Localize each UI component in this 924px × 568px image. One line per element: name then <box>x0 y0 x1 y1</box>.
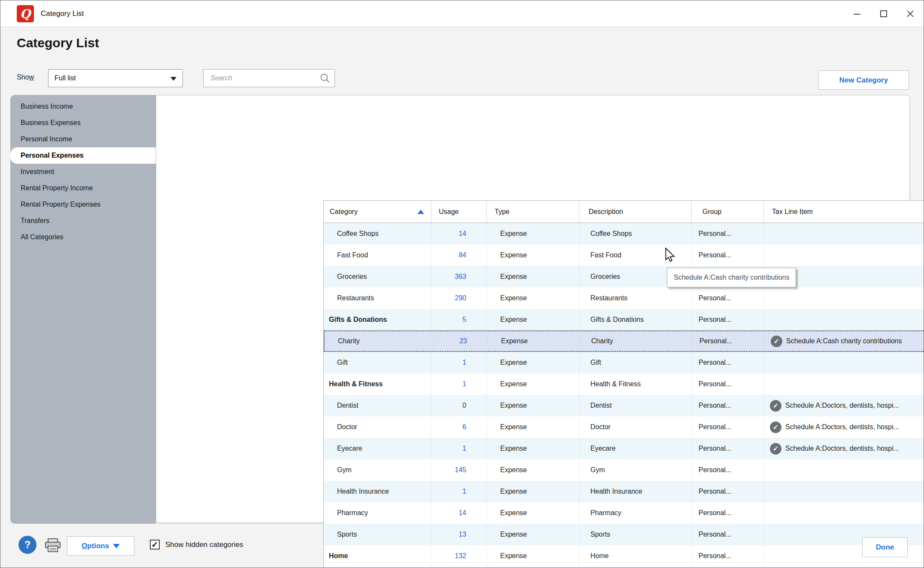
usage-cell[interactable]: 1 <box>432 438 487 459</box>
sort-ascending-icon <box>417 210 424 214</box>
sidebar-item[interactable]: Business Expenses <box>10 115 156 131</box>
show-hidden-label: Show hidden categories <box>165 541 243 549</box>
usage-cell[interactable]: 0 <box>432 395 487 416</box>
column-header-description[interactable]: Description <box>579 201 692 223</box>
chevron-down-icon <box>113 544 120 548</box>
usage-cell[interactable]: 363 <box>432 266 487 287</box>
table-row[interactable]: Dentist 0 Expense Dentist Personal... ✓ … <box>324 395 924 416</box>
table-row[interactable]: Doctor 6 Expense Doctor Personal... ✓ Sc… <box>324 416 924 438</box>
table-row[interactable]: Pharmacy 14 Expense Pharmacy Personal...… <box>324 502 924 524</box>
usage-cell[interactable]: 5 <box>432 309 487 330</box>
usage-cell[interactable]: 132 <box>432 545 487 567</box>
table-row[interactable]: Coffee Shops 14 Expense Coffee Shops Per… <box>324 223 924 244</box>
table-row[interactable]: Sports 13 Expense Sports Personal... ✓ <box>324 524 924 545</box>
sidebar-item[interactable]: Rental Property Expenses <box>10 196 156 213</box>
usage-cell[interactable]: 290 <box>432 287 487 309</box>
group-cell: Personal... <box>692 524 764 545</box>
usage-cell[interactable]: 23 <box>432 331 488 351</box>
table-row[interactable]: Restaurants 290 Expense Restaurants Pers… <box>324 287 924 309</box>
maximize-button[interactable] <box>870 0 897 27</box>
usage-cell[interactable]: 1 <box>432 481 487 502</box>
table-row[interactable]: Eyecare 1 Expense Eyecare Personal... ✓ … <box>324 438 924 459</box>
type-cell: Expense <box>487 524 579 545</box>
category-cell: Eyecare <box>324 438 432 459</box>
category-cell: Gifts & Donations <box>324 309 432 330</box>
group-cell: Personal... <box>692 502 764 524</box>
column-header-category[interactable]: Category <box>324 201 432 223</box>
minimize-button[interactable] <box>844 0 870 27</box>
sidebar-item-label: Rental Property Expenses <box>21 201 100 208</box>
table-row[interactable]: Health Insurance 1 Expense Health Insura… <box>324 481 924 502</box>
group-cell: Personal... <box>692 395 764 416</box>
tax-line-item-text: Schedule A:Doctors, dentists, hospi... <box>785 423 899 431</box>
usage-cell[interactable]: 6 <box>432 416 487 438</box>
column-header-group[interactable]: Group <box>692 201 764 223</box>
done-button[interactable]: Done <box>862 537 908 557</box>
category-table: Category Usage Type Description Group Ta… <box>323 200 924 568</box>
column-header-tax-line-item[interactable]: Tax Line Item <box>764 201 924 223</box>
table-row[interactable]: Fast Food 84 Expense Fast Food Personal.… <box>324 244 924 266</box>
table-row[interactable]: Gift 1 Expense Gift Personal... ✓ <box>324 352 924 373</box>
table-row[interactable]: Health & Fitness 1 Expense Health & Fitn… <box>324 373 924 395</box>
show-filter-label: Show <box>17 73 34 81</box>
print-button[interactable] <box>44 538 61 553</box>
usage-cell[interactable]: 84 <box>432 244 487 266</box>
type-cell: Expense <box>487 309 579 330</box>
close-button[interactable] <box>897 0 924 27</box>
group-cell: Personal... <box>692 223 764 244</box>
options-button[interactable]: Options <box>67 536 134 556</box>
table-row[interactable]: Home 132 Expense Home Personal... ✓ <box>324 545 924 567</box>
description-cell: Restaurants <box>579 287 692 309</box>
table-row[interactable]: Gym 145 Expense Gym Personal... ✓ <box>324 459 924 481</box>
description-cell: Doctor <box>579 416 692 438</box>
window-controls <box>844 0 924 27</box>
sidebar-item-label: Investment <box>21 168 54 176</box>
table-header-row: Category Usage Type Description Group Ta… <box>324 201 924 223</box>
table-row[interactable]: Charity 23 Expense Charity Personal... ✓… <box>324 330 924 352</box>
sidebar-item[interactable]: Business Income <box>10 98 156 115</box>
sidebar-item[interactable]: Personal Expenses <box>10 147 156 164</box>
description-cell: Dentist <box>579 395 692 416</box>
show-hidden-checkbox[interactable]: ✓ <box>150 540 160 550</box>
category-list-panel: Category Usage Type Description Group Ta… <box>156 95 910 523</box>
sidebar-item[interactable]: All Categories <box>10 229 156 245</box>
category-cell: Sports <box>324 524 432 545</box>
usage-cell[interactable]: 13 <box>432 524 487 545</box>
chevron-down-icon <box>170 77 176 81</box>
table-body: Coffee Shops 14 Expense Coffee Shops Per… <box>324 223 924 568</box>
show-filter-dropdown[interactable]: Full list <box>48 69 183 87</box>
usage-cell[interactable]: 1 <box>432 373 487 395</box>
tax-line-item-cell: ✓ <box>764 459 924 481</box>
search-box <box>203 69 335 87</box>
sidebar-item[interactable]: Rental Property Income <box>10 180 156 196</box>
search-input[interactable] <box>203 69 335 87</box>
usage-cell[interactable]: 14 <box>432 502 487 524</box>
tax-line-item-cell: ✓ <box>764 352 924 373</box>
column-header-type[interactable]: Type <box>487 201 579 223</box>
column-header-usage[interactable]: Usage <box>432 201 487 223</box>
type-cell: Expense <box>487 373 579 395</box>
table-row[interactable]: Gifts & Donations 5 Expense Gifts & Dona… <box>324 309 924 330</box>
tax-line-item-cell: ✓ <box>764 287 924 309</box>
sidebar-item-label: Rental Property Income <box>21 184 93 192</box>
new-category-button[interactable]: New Category <box>818 70 909 90</box>
usage-cell[interactable]: 145 <box>432 459 487 481</box>
tax-line-item-cell: ✓ Schedule A:Doctors, dentists, hospi... <box>764 395 924 416</box>
category-cell: Gift <box>324 352 432 373</box>
tax-line-item-cell: ✓ <box>764 309 924 330</box>
usage-cell[interactable]: 14 <box>432 223 487 244</box>
sidebar-item[interactable]: Personal Income <box>10 131 156 147</box>
printer-icon <box>44 538 61 553</box>
usage-cell[interactable]: 1 <box>432 352 487 373</box>
category-cell: Coffee Shops <box>324 223 432 244</box>
help-button[interactable]: ? <box>18 536 36 554</box>
sidebar-item[interactable]: Investment <box>10 164 156 180</box>
tax-line-item-cell: ✓ <box>764 244 924 266</box>
sidebar-item[interactable]: Transfers <box>10 213 156 229</box>
group-cell: Personal... <box>692 287 764 309</box>
description-cell: Charity <box>580 331 693 351</box>
tax-line-item-cell: ✓ <box>764 502 924 524</box>
table-row[interactable]: Groceries 363 Expense Groceries Personal… <box>324 266 924 287</box>
category-cell: Home <box>324 545 432 567</box>
type-cell: Expense <box>487 395 579 416</box>
